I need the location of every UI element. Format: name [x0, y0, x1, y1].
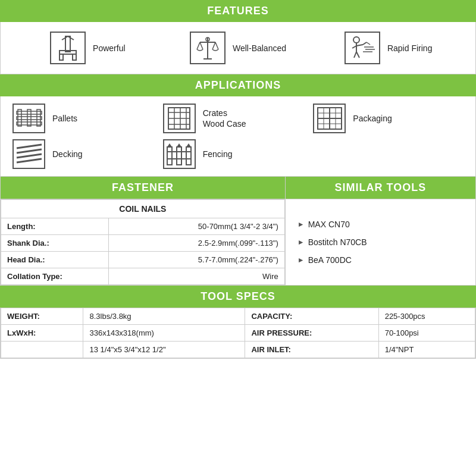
decking-label: Decking	[52, 149, 83, 159]
svg-line-19	[367, 42, 370, 45]
powerful-icon	[50, 32, 86, 64]
svg-line-8	[197, 42, 200, 49]
pallets-label: Pallets	[52, 113, 77, 124]
svg-rect-3	[73, 54, 76, 60]
fencing-label: Fencing	[203, 149, 233, 159]
weight-value: 8.3lbs/3.8kg	[83, 308, 245, 325]
svg-line-11	[215, 42, 218, 49]
svg-rect-0	[65, 36, 70, 52]
length-label: Length:	[1, 218, 109, 235]
similar-tool-max-cn70: ► MAX CN70	[298, 220, 464, 229]
svg-line-21	[356, 52, 359, 58]
well-balanced-label: Well-Balanced	[233, 43, 286, 53]
svg-rect-27	[17, 122, 42, 125]
table-row: Shank Dia.: 2.5-2.9mm(.099"-.113")	[1, 235, 285, 252]
fastener-table-wrap: COIL NAILS Length: 50-70mm(1 3/4"-2 3/4"…	[1, 199, 286, 285]
svg-line-10	[212, 42, 215, 49]
rapid-firing-label: Rapid Firing	[387, 43, 432, 53]
air-inlet-label: AIR INLET:	[245, 342, 378, 358]
similar-tools-content: ► MAX CN70 ► Bostitch N70CB ► BeA 700DC	[286, 199, 475, 285]
table-row: Collation Type: Wire	[1, 268, 285, 285]
tool-specs-header: TOOL SPECS	[0, 286, 476, 308]
coil-nails-header: COIL NAILS	[1, 200, 285, 218]
svg-line-46	[17, 149, 42, 153]
rapid-firing-icon	[345, 32, 380, 64]
similar-tool-label-2: BeA 700DC	[308, 255, 352, 265]
similar-tools-header: SIMILAR TOOLS	[286, 177, 475, 199]
svg-line-16	[352, 46, 356, 48]
svg-marker-54	[186, 143, 191, 147]
length-value: 50-70mm(1 3/4"-2 3/4")	[109, 218, 285, 235]
table-row: Head Dia.: 5.7-7.0mm(.224"-.276")	[1, 252, 285, 268]
svg-line-45	[17, 145, 42, 148]
similar-tool-bostitch: ► Bostitch N70CB	[298, 237, 464, 247]
capacity-value: 225-300pcs	[378, 308, 475, 325]
capacity-label: CAPACITY:	[245, 308, 378, 325]
similar-tool-label-0: MAX CN70	[308, 220, 350, 229]
similar-tool-label-1: Bostitch N70CB	[308, 237, 367, 247]
applications-section: Pallets Crates Wood Case	[0, 96, 476, 177]
app-crates: Crates Wood Case	[163, 104, 314, 133]
table-row: WEIGHT: 8.3lbs/3.8kg CAPACITY: 225-300pc…	[1, 308, 475, 325]
app-packaging: Packaging	[313, 104, 464, 133]
powerful-label: Powerful	[93, 43, 125, 53]
svg-line-48	[17, 159, 42, 162]
svg-point-14	[353, 37, 359, 43]
features-header: FEATURES	[0, 0, 476, 22]
pallets-icon	[12, 104, 45, 133]
air-pressure-value: 70-100psi	[378, 325, 475, 342]
fastener-similar-header-row: FASTENER SIMILAR TOOLS	[0, 177, 476, 199]
feature-rapid-firing: Rapid Firing	[313, 32, 464, 64]
fastener-table: COIL NAILS Length: 50-70mm(1 3/4"-2 3/4"…	[1, 199, 285, 285]
shank-dia-label: Shank Dia.:	[1, 235, 109, 252]
svg-rect-26	[17, 117, 42, 120]
fastener-similar-content: COIL NAILS Length: 50-70mm(1 3/4"-2 3/4"…	[0, 199, 476, 286]
weight-label: WEIGHT:	[1, 308, 83, 325]
svg-marker-50	[167, 143, 172, 147]
svg-rect-49	[167, 147, 172, 165]
fencing-icon	[163, 139, 196, 169]
empty-label	[1, 342, 83, 358]
head-dia-label: Head Dia.:	[1, 252, 109, 268]
tool-specs-section: WEIGHT: 8.3lbs/3.8kg CAPACITY: 225-300pc…	[0, 308, 476, 359]
app-pallets: Pallets	[12, 104, 163, 133]
svg-rect-29	[27, 109, 31, 126]
lxwxh-value: 336x143x318(mm)	[83, 325, 245, 342]
fastener-header: FASTENER	[1, 177, 286, 199]
svg-line-9	[200, 42, 203, 49]
air-inlet-value: 1/4"NPT	[378, 342, 475, 358]
collation-type-value: Wire	[109, 268, 285, 285]
svg-line-18	[363, 42, 367, 45]
air-pressure-label: AIR PRESSURE:	[245, 325, 378, 342]
crates-label: Crates Wood Case	[203, 108, 246, 129]
svg-rect-2	[60, 54, 63, 60]
svg-rect-51	[177, 147, 181, 165]
lxwxh-label: LxWxH:	[1, 325, 83, 342]
shank-dia-value: 2.5-2.9mm(.099"-.113")	[109, 235, 285, 252]
packaging-label: Packaging	[353, 113, 392, 124]
svg-marker-52	[177, 143, 181, 147]
svg-rect-28	[18, 109, 21, 126]
specs-table: WEIGHT: 8.3lbs/3.8kg CAPACITY: 225-300pc…	[1, 308, 475, 358]
arrow-icon-0: ►	[298, 220, 305, 228]
app-decking: Decking	[12, 139, 163, 169]
features-row: Powerful	[1, 22, 475, 74]
feature-powerful: Powerful	[12, 32, 163, 64]
applications-header: APPLICATIONS	[0, 74, 476, 96]
table-row: LxWxH: 336x143x318(mm) AIR PRESSURE: 70-…	[1, 325, 475, 342]
svg-rect-25	[17, 111, 42, 114]
table-row: 13 1/4"x5 3/4"x12 1/2" AIR INLET: 1/4"NP…	[1, 342, 475, 358]
crates-icon	[163, 104, 196, 133]
svg-rect-30	[37, 109, 40, 126]
collation-type-label: Collation Type:	[1, 268, 109, 285]
similar-tool-bea: ► BeA 700DC	[298, 255, 464, 265]
head-dia-value: 5.7-7.0mm(.224"-.276")	[109, 252, 285, 268]
app-fencing: Fencing	[163, 139, 314, 169]
decking-icon	[12, 139, 45, 169]
table-row: Length: 50-70mm(1 3/4"-2 3/4")	[1, 218, 285, 235]
features-section: Powerful	[0, 22, 476, 74]
packaging-icon	[313, 104, 346, 133]
svg-line-47	[17, 154, 42, 158]
scale-icon	[190, 32, 226, 64]
arrow-icon-2: ►	[298, 256, 305, 264]
